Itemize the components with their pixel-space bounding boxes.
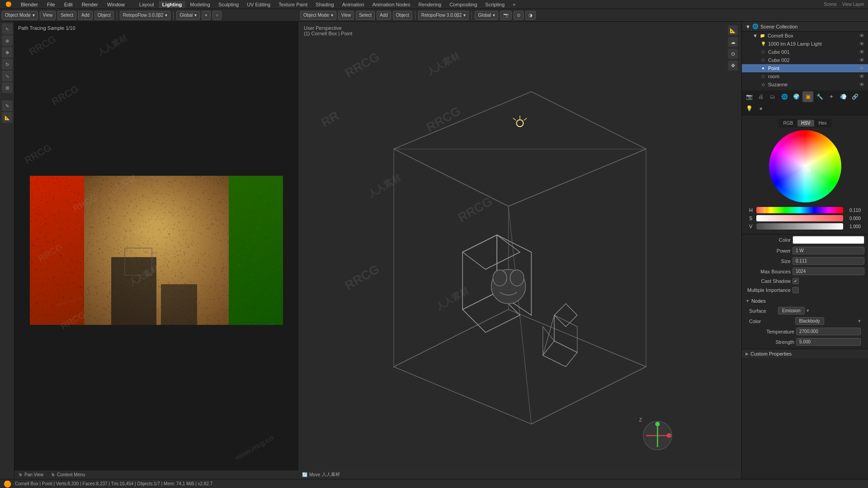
h-slider[interactable]: [756, 207, 843, 213]
tab-rendering[interactable]: Rendering: [415, 1, 445, 8]
context-menu-btn[interactable]: 🖱 Context Menu: [51, 472, 85, 477]
view-layer-props-icon[interactable]: 🗂: [767, 91, 778, 102]
tab-shading[interactable]: Shading: [312, 1, 337, 8]
max-bounces-prop-value[interactable]: 1024: [793, 267, 864, 275]
suzanne-eye[interactable]: 👁: [859, 82, 864, 87]
tab-scripting[interactable]: Scripting: [481, 1, 508, 8]
object-btn-right[interactable]: Object: [393, 11, 412, 20]
annotate-tool[interactable]: ✎: [2, 100, 13, 111]
s-slider[interactable]: [756, 215, 843, 221]
tab-uv-editing[interactable]: UV Editing: [243, 1, 274, 8]
global-dropdown-left[interactable]: Global ▾: [176, 11, 200, 20]
color-wheel[interactable]: [769, 130, 841, 202]
tab-layout[interactable]: Layout: [136, 1, 158, 8]
select-tool[interactable]: ↖: [2, 23, 13, 34]
scale-tool[interactable]: ⤡: [2, 70, 13, 81]
measure-tool[interactable]: 📐: [2, 112, 13, 123]
plugin-dropdown-left[interactable]: RetopoFlow 3.0.0β2 ▾: [120, 11, 171, 20]
viewport-icon-1[interactable]: 📐: [728, 25, 738, 35]
view-btn-left[interactable]: View: [40, 11, 56, 20]
outliner-item-cube001[interactable]: □ Cube 001 👁: [742, 48, 868, 56]
view-btn-right[interactable]: View: [338, 11, 354, 20]
world-props-icon[interactable]: 🌍: [791, 91, 802, 102]
pan-view-btn[interactable]: 🖱 Pan View: [18, 472, 43, 477]
add-btn-right[interactable]: Add: [377, 11, 391, 20]
custom-properties-header[interactable]: ▶ Custom Properties: [742, 349, 868, 358]
mode-dropdown-left[interactable]: Object Mode ▾: [2, 11, 38, 20]
tab-texture-paint[interactable]: Texture Paint: [275, 1, 311, 8]
nodes-header[interactable]: ▼ Nodes: [745, 296, 864, 305]
cast-shadow-checkbox[interactable]: [793, 278, 799, 284]
transform-tool[interactable]: ⊞: [2, 82, 13, 93]
shading-btn[interactable]: ◑: [525, 11, 536, 20]
strength-prop-value[interactable]: 5.000: [796, 338, 861, 346]
add-btn-left[interactable]: Add: [78, 11, 93, 20]
tab-rgb[interactable]: RGB: [779, 120, 797, 127]
cube002-eye[interactable]: 👁: [859, 57, 864, 63]
viewport-icon-4[interactable]: ✥: [728, 61, 738, 70]
outliner-item-cube002[interactable]: □ Cube 002 👁: [742, 56, 868, 64]
modifier-props-icon[interactable]: 🔧: [814, 91, 825, 102]
tab-hsv[interactable]: HSV: [797, 120, 814, 127]
select-btn-left[interactable]: Select: [57, 11, 76, 20]
temperature-prop-value[interactable]: 2700.000: [796, 328, 861, 335]
scene-collection-expand[interactable]: ▼: [745, 24, 750, 29]
viewport-move-btn[interactable]: 🔄 Move 人人素材: [302, 471, 340, 478]
render-menu[interactable]: Edit: [62, 2, 75, 7]
object-data-props-icon[interactable]: 💡: [744, 103, 755, 114]
v-slider[interactable]: [756, 223, 843, 230]
blackbody-expand[interactable]: ▾: [858, 318, 861, 324]
particle-props-icon[interactable]: ✦: [826, 91, 837, 102]
color-swatch[interactable]: [793, 236, 864, 244]
multiple-importance-checkbox[interactable]: [793, 287, 799, 293]
proportional-btn[interactable]: ○: [212, 11, 222, 20]
cube001-eye[interactable]: 👁: [859, 49, 864, 55]
tab-sculpting[interactable]: Sculpting: [215, 1, 242, 8]
object-props-icon[interactable]: ▣: [802, 91, 813, 102]
tab-modeling[interactable]: Modeling: [186, 1, 214, 8]
tab-animation[interactable]: Animation: [339, 1, 368, 8]
outliner-item-cornell-box[interactable]: ▼ 📁 Cornell Box 👁: [742, 32, 868, 40]
outliner-item-lamp[interactable]: 💡 1000 lm A19 Lamp Light 👁: [742, 40, 868, 48]
snap-btn[interactable]: ⌖: [202, 11, 211, 20]
render-props-icon[interactable]: 📷: [744, 91, 755, 102]
scene-props-icon[interactable]: 🌐: [779, 91, 790, 102]
surface-value[interactable]: Emission: [778, 307, 805, 314]
mode-dropdown-right[interactable]: Object Mode ▾: [300, 11, 336, 20]
surface-expand[interactable]: ▾: [807, 308, 809, 314]
lamp-eye[interactable]: 👁: [859, 41, 864, 47]
overlay-btn[interactable]: ⊙: [514, 11, 524, 20]
tab-lighting[interactable]: Lighting: [159, 1, 185, 8]
camera-persp-btn[interactable]: 📷: [500, 11, 512, 20]
cornell-box-eye[interactable]: 👁: [859, 33, 864, 38]
room-eye[interactable]: 👁: [859, 74, 864, 79]
global-dropdown-right[interactable]: Global ▾: [475, 11, 498, 20]
physics-props-icon[interactable]: 💨: [838, 91, 849, 102]
tab-animation-nodes[interactable]: Animation Nodes: [369, 1, 414, 8]
outliner-item-room[interactable]: □ room 👁: [742, 72, 868, 80]
edit-menu[interactable]: File: [45, 2, 57, 7]
window-menu[interactable]: Render: [80, 2, 100, 7]
select-btn-right[interactable]: Select: [356, 11, 375, 20]
plugin-dropdown-right[interactable]: RetopoFlow 3.0.0β2 ▾: [418, 11, 469, 20]
material-props-icon[interactable]: ●: [755, 103, 766, 114]
outliner-item-suzanne[interactable]: ◇ Suzanne 👁: [742, 80, 868, 89]
tab-compositing[interactable]: Compositing: [446, 1, 481, 8]
size-prop-value[interactable]: 0.111: [793, 257, 864, 265]
move-tool[interactable]: ✥: [2, 47, 13, 58]
cursor-tool[interactable]: ⊕: [2, 35, 13, 46]
cornell-box-expand[interactable]: ▼: [753, 33, 758, 38]
output-props-icon[interactable]: 🖨: [755, 91, 766, 102]
blackbody-value[interactable]: Blackbody: [795, 317, 824, 325]
rotate-tool[interactable]: ↻: [2, 59, 13, 70]
tab-hex[interactable]: Hex: [815, 120, 830, 127]
blender-menu[interactable]: 🟠: [4, 1, 14, 7]
file-menu[interactable]: Blender: [19, 2, 40, 7]
tab-add-workspace[interactable]: +: [509, 1, 519, 8]
power-prop-value[interactable]: 1 W: [793, 247, 864, 254]
constraint-props-icon[interactable]: 🔗: [849, 91, 860, 102]
outliner-item-point[interactable]: ● Point 👁: [742, 64, 868, 72]
viewport-icon-3[interactable]: ⊙: [728, 49, 738, 59]
color-picker-dot[interactable]: [807, 168, 811, 172]
object-btn-left[interactable]: Object: [94, 11, 114, 20]
